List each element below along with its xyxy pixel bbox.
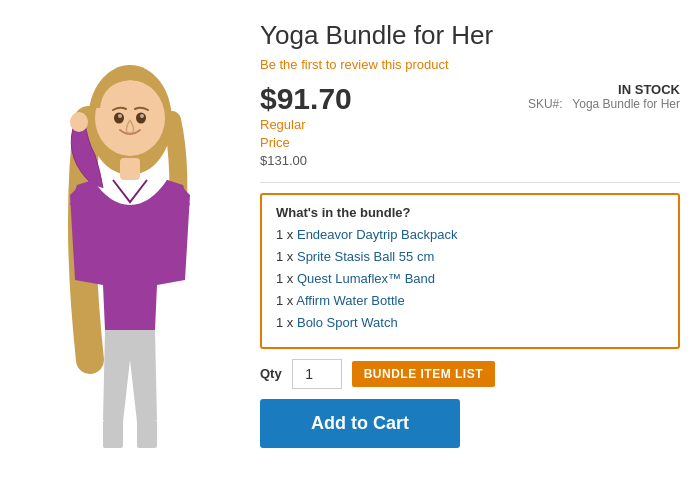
sale-price: $91.70 bbox=[260, 82, 352, 116]
qty-bundle-row: Qty BUNDLE ITEM LIST bbox=[260, 359, 680, 389]
svg-point-7 bbox=[136, 113, 146, 124]
bundle-box: What's in the bundle? 1 x Endeavor Daytr… bbox=[260, 193, 680, 349]
divider bbox=[260, 182, 680, 183]
product-image-col bbox=[20, 20, 240, 480]
qty-input[interactable] bbox=[292, 359, 342, 389]
bundle-question: What's in the bundle? bbox=[276, 205, 664, 220]
svg-point-3 bbox=[70, 112, 88, 132]
bundle-items-container: 1 x Endeavor Daytrip Backpack1 x Sprite … bbox=[276, 226, 664, 333]
product-image bbox=[30, 40, 230, 460]
svg-rect-5 bbox=[137, 420, 157, 448]
sale-price-block: $91.70 RegularPrice $131.00 bbox=[260, 82, 352, 167]
add-to-cart-button[interactable]: Add to Cart bbox=[260, 399, 460, 448]
bundle-item-qty: 1 x bbox=[276, 271, 293, 286]
bundle-item: 1 x Sprite Stasis Ball 55 cm bbox=[276, 248, 664, 266]
bundle-item-link[interactable]: Quest Lumaflex™ Band bbox=[297, 271, 435, 286]
product-details-col: Yoga Bundle for Her Be the first to revi… bbox=[240, 20, 680, 480]
product-page: Yoga Bundle for Her Be the first to revi… bbox=[0, 0, 700, 500]
stock-sku-block: IN STOCK SKU#: Yoga Bundle for Her bbox=[528, 82, 680, 111]
bundle-item-qty: 1 x bbox=[276, 315, 293, 330]
sku-line: SKU#: Yoga Bundle for Her bbox=[528, 97, 680, 111]
bundle-item: 1 x Affirm Water Bottle bbox=[276, 292, 664, 310]
bundle-item-qty: 1 x bbox=[276, 227, 293, 242]
price-stock-row: $91.70 RegularPrice $131.00 IN STOCK SKU… bbox=[260, 82, 680, 167]
svg-rect-4 bbox=[103, 420, 123, 448]
bundle-item-qty: 1 x bbox=[276, 249, 293, 264]
review-link[interactable]: Be the first to review this product bbox=[260, 57, 680, 72]
svg-rect-1 bbox=[120, 158, 140, 180]
svg-point-6 bbox=[114, 113, 124, 124]
bundle-item-qty: 1 x bbox=[276, 293, 293, 308]
regular-label: RegularPrice bbox=[260, 116, 352, 152]
qty-label: Qty bbox=[260, 366, 282, 381]
bundle-item-link[interactable]: Affirm Water Bottle bbox=[296, 293, 404, 308]
bundle-item-list-button[interactable]: BUNDLE ITEM LIST bbox=[352, 361, 495, 387]
bundle-item: 1 x Bolo Sport Watch bbox=[276, 314, 664, 332]
bundle-item: 1 x Endeavor Daytrip Backpack bbox=[276, 226, 664, 244]
regular-price: $131.00 bbox=[260, 153, 352, 168]
product-title: Yoga Bundle for Her bbox=[260, 20, 680, 51]
bundle-item-link[interactable]: Sprite Stasis Ball 55 cm bbox=[297, 249, 434, 264]
bundle-item: 1 x Quest Lumaflex™ Band bbox=[276, 270, 664, 288]
svg-point-9 bbox=[140, 114, 144, 118]
bundle-item-link[interactable]: Bolo Sport Watch bbox=[297, 315, 398, 330]
in-stock-badge: IN STOCK bbox=[528, 82, 680, 97]
sku-label: SKU#: bbox=[528, 97, 563, 111]
sku-value: Yoga Bundle for Her bbox=[572, 97, 680, 111]
bundle-item-link[interactable]: Endeavor Daytrip Backpack bbox=[297, 227, 457, 242]
svg-point-8 bbox=[118, 114, 122, 118]
